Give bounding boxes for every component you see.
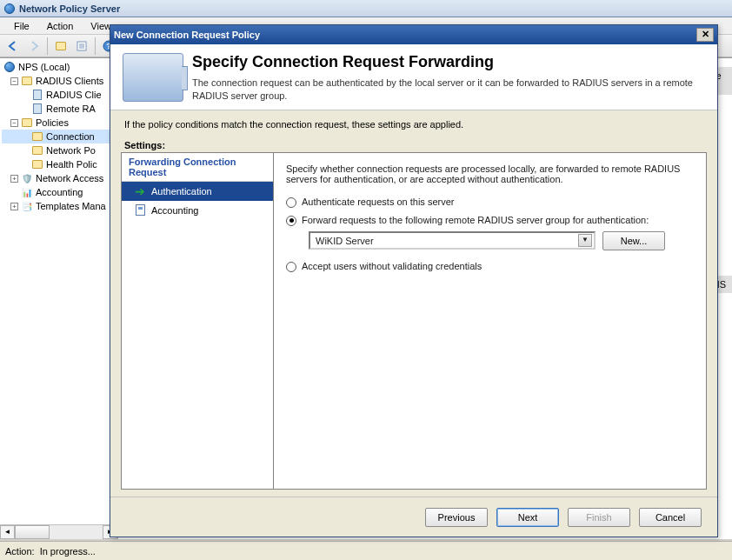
radio-accept-without-validate[interactable]: Accept users without validating credenti…: [286, 261, 694, 272]
app-icon: [3, 3, 16, 15]
dialog-titlebar[interactable]: New Connection Request Policy ✕: [110, 25, 717, 44]
tree-root[interactable]: NPS (Local): [2, 60, 117, 74]
tree-policies[interactable]: − Policies: [2, 116, 117, 130]
radio-label: Forward requests to the following remote…: [302, 215, 649, 225]
tree-item[interactable]: Health Polic: [2, 157, 117, 171]
folder-icon: [31, 144, 43, 157]
status-text: In progress...: [40, 546, 96, 557]
dialog-footer: Previous Next Finish Cancel: [110, 497, 717, 537]
wizard-icon: [123, 53, 183, 102]
radio-label: Authenticate requests on this server: [302, 197, 454, 207]
radio-icon: [286, 197, 296, 208]
scroll-track[interactable]: [50, 525, 103, 539]
accounting-icon: 📊: [21, 186, 33, 198]
settings-label: Settings:: [110, 133, 717, 152]
shield-icon: 🛡️: [21, 172, 33, 184]
cancel-button[interactable]: Cancel: [639, 508, 702, 527]
wizard-dialog: New Connection Request Policy ✕ Specify …: [110, 24, 718, 537]
content-intro: Specify whether connection requests are …: [286, 163, 694, 184]
tree-item[interactable]: Network Po: [2, 143, 117, 157]
scroll-thumb[interactable]: [15, 525, 50, 539]
toolbar-separator: [47, 37, 48, 55]
close-button[interactable]: ✕: [696, 28, 714, 42]
arrow-right-icon: ➔: [134, 185, 146, 197]
tree-radius-clients[interactable]: − RADIUS Clients: [2, 74, 117, 88]
tree-label: Health Polic: [46, 159, 97, 170]
forward-button[interactable]: [24, 37, 43, 56]
finish-button[interactable]: Finish: [568, 508, 630, 527]
tree-item[interactable]: Remote RA: [2, 102, 117, 116]
nav-label: Accounting: [151, 205, 198, 216]
dialog-heading: Specify Connection Request Forwarding: [192, 53, 705, 71]
chevron-down-icon[interactable]: ▼: [578, 234, 592, 247]
tree-panel: NPS (Local) − RADIUS Clients RADIUS Clie…: [0, 58, 118, 539]
radio-authenticate-local[interactable]: Authenticate requests on this server: [286, 197, 694, 208]
tree-label: Templates Mana: [36, 201, 106, 211]
tree-label: Remote RA: [46, 103, 96, 114]
tree-label: Accounting: [36, 187, 83, 197]
nav-accounting[interactable]: Accounting: [122, 201, 273, 220]
statusbar: Action: In progress...: [0, 541, 732, 560]
globe-icon: [3, 61, 16, 73]
properties-button[interactable]: [72, 37, 91, 56]
tree-label: RADIUS Clie: [46, 90, 102, 100]
nav-authentication[interactable]: ➔ Authentication: [122, 182, 273, 201]
tree-item[interactable]: RADIUS Clie: [2, 88, 117, 102]
menu-action[interactable]: Action: [38, 18, 83, 34]
collapse-icon[interactable]: −: [10, 119, 18, 127]
folder-icon: [21, 117, 33, 129]
combo-value: WiKID Server: [316, 236, 578, 246]
dialog-subtext: The connection request can be authentica…: [192, 77, 705, 103]
tree-label: Connection: [46, 131, 95, 142]
document-icon: [134, 204, 146, 217]
settings-nav: Forwarding Connection Request ➔ Authenti…: [121, 152, 274, 490]
server-icon: [31, 103, 43, 115]
toolbar-separator: [95, 37, 96, 55]
radio-icon: [286, 262, 296, 272]
tree-templates[interactable]: + 📑 Templates Mana: [2, 199, 117, 213]
folder-open-button[interactable]: [51, 37, 70, 56]
tree-label: Network Access: [36, 173, 103, 183]
nav-label: Authentication: [151, 186, 212, 197]
menu-file[interactable]: File: [5, 18, 38, 34]
tree-connection[interactable]: Connection: [2, 130, 117, 143]
templates-icon: 📑: [21, 200, 33, 212]
radio-icon: [286, 216, 296, 226]
tree-label: Network Po: [46, 145, 96, 156]
previous-button[interactable]: Previous: [425, 508, 488, 527]
radio-forward-remote[interactable]: Forward requests to the following remote…: [286, 215, 694, 226]
app-title: Network Policy Server: [19, 3, 120, 14]
tree-network-access[interactable]: + 🛡️ Network Access: [2, 171, 117, 185]
app-titlebar: Network Policy Server: [0, 0, 732, 17]
expand-icon[interactable]: +: [10, 203, 18, 210]
server-icon: [31, 89, 43, 101]
settings-content: Specify whether connection requests are …: [274, 152, 707, 490]
tree-label: RADIUS Clients: [36, 76, 103, 86]
folder-icon: [31, 158, 43, 170]
dialog-note: If the policy conditions match the conne…: [110, 110, 717, 133]
horizontal-scrollbar[interactable]: ◄ ►: [0, 524, 117, 539]
nav-group: Forwarding Connection Request: [122, 153, 273, 182]
server-group-combo[interactable]: WiKID Server ▼: [309, 231, 596, 250]
folder-icon: [21, 75, 33, 87]
dialog-title: New Connection Request Policy: [114, 30, 696, 40]
status-label: Action:: [5, 546, 35, 557]
back-button[interactable]: [3, 37, 23, 56]
tree-label: Policies: [36, 117, 69, 128]
new-button[interactable]: New...: [602, 231, 665, 250]
next-button[interactable]: Next: [496, 508, 559, 527]
expand-icon[interactable]: +: [10, 175, 18, 183]
dialog-header: Specify Connection Request Forwarding Th…: [110, 44, 717, 110]
radio-label: Accept users without validating credenti…: [302, 261, 482, 271]
folder-icon: [31, 130, 43, 143]
scroll-left-button[interactable]: ◄: [0, 525, 15, 539]
tree-label: NPS (Local): [18, 62, 70, 72]
collapse-icon[interactable]: −: [10, 77, 18, 85]
dialog-split: Forwarding Connection Request ➔ Authenti…: [110, 152, 717, 497]
tree-accounting[interactable]: 📊 Accounting: [2, 185, 117, 199]
